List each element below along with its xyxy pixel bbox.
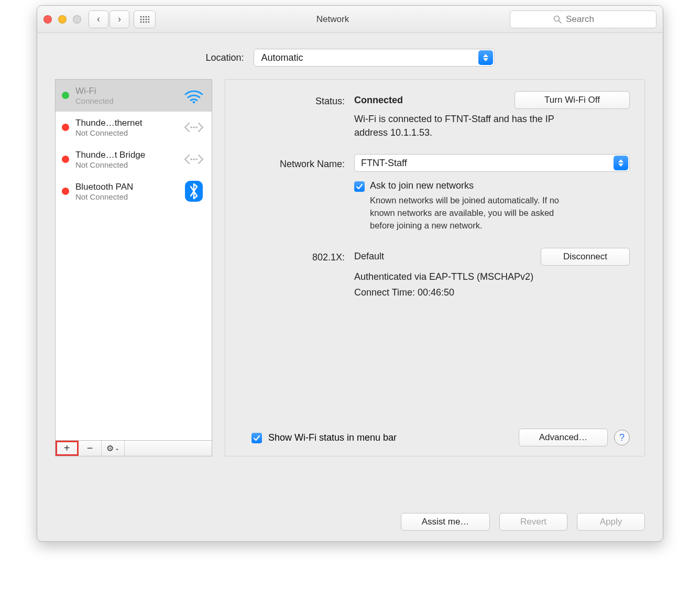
interface-item-thunderbolt-bridge[interactable]: Thunde…t Bridge Not Connected: [56, 144, 212, 176]
updown-arrows-icon: [478, 50, 493, 65]
help-button[interactable]: ?: [614, 430, 630, 445]
forward-button[interactable]: ›: [110, 10, 129, 28]
titlebar: ‹ › Network: [37, 6, 663, 33]
svg-point-9: [143, 21, 144, 23]
svg-point-1: [143, 16, 144, 17]
apply-button: Apply: [577, 513, 645, 531]
show-menubar-label: Show Wi-Fi status in menu bar: [268, 432, 512, 443]
svg-point-11: [148, 21, 149, 23]
search-input[interactable]: [566, 14, 613, 25]
svg-point-2: [145, 16, 147, 17]
traffic-lights: [43, 15, 81, 24]
svg-point-5: [143, 18, 144, 20]
dot1x-label: 802.1X:: [240, 250, 345, 263]
plus-icon: +: [64, 442, 70, 454]
chevron-down-icon: ⌄: [115, 445, 119, 452]
dot1x-connect-time: Connect Time: 00:46:50: [354, 286, 630, 299]
ask-to-join-checkbox[interactable]: [354, 181, 365, 192]
status-label: Status:: [240, 94, 345, 107]
interface-status: Not Connected: [75, 160, 176, 169]
svg-point-8: [140, 21, 141, 23]
status-dot-icon: [62, 188, 69, 195]
search-field[interactable]: [510, 10, 657, 28]
svg-point-15: [190, 126, 192, 128]
status-dot-icon: [62, 156, 69, 163]
revert-button: Revert: [499, 513, 567, 531]
show-menubar-checkbox[interactable]: [251, 433, 262, 443]
interface-status: Not Connected: [75, 192, 176, 201]
svg-line-13: [559, 20, 562, 23]
disconnect-button[interactable]: Disconnect: [541, 248, 630, 266]
svg-point-16: [193, 126, 195, 128]
remove-interface-button[interactable]: −: [79, 441, 102, 456]
status-dot-icon: [62, 92, 69, 99]
svg-point-19: [193, 158, 195, 160]
panel-bottom-row: Show Wi-Fi status in menu bar Advanced… …: [240, 429, 630, 446]
ask-to-join-detail: Known networks will be joined automatica…: [370, 191, 579, 232]
ask-to-join-label: Ask to join new networks: [370, 180, 579, 191]
chevron-left-icon: ‹: [97, 14, 100, 25]
interface-name: Thunde…t Bridge: [75, 150, 176, 160]
sidebar-toolbar: + − ⚙︎⌄: [55, 441, 212, 456]
show-all-button[interactable]: [134, 10, 156, 28]
location-label: Location:: [205, 52, 244, 63]
interface-sidebar: Wi-Fi Connected Thunde…thernet Not Conne…: [55, 79, 212, 456]
ethernet-icon: [182, 149, 205, 170]
wifi-icon: [182, 85, 205, 106]
interface-list[interactable]: Wi-Fi Connected Thunde…thernet Not Conne…: [55, 79, 212, 441]
interface-actions-button[interactable]: ⚙︎⌄: [102, 441, 125, 456]
network-name-dropdown[interactable]: FTNT-Staff: [354, 154, 630, 172]
bluetooth-icon: [182, 181, 205, 202]
turn-wifi-off-button[interactable]: Turn Wi-Fi Off: [515, 91, 630, 109]
svg-point-0: [140, 16, 141, 17]
close-window-button[interactable]: [43, 15, 52, 24]
location-value: Automatic: [261, 52, 303, 63]
svg-point-14: [193, 101, 195, 104]
interface-item-thunderbolt-ethernet[interactable]: Thunde…thernet Not Connected: [56, 112, 212, 144]
nav-buttons: ‹ ›: [89, 10, 129, 28]
chevron-right-icon: ›: [118, 14, 121, 25]
interface-name: Wi-Fi: [75, 86, 176, 96]
network-name-value: FTNT-Staff: [361, 158, 407, 169]
minus-icon: −: [87, 442, 93, 454]
ethernet-icon: [182, 117, 205, 138]
add-interface-button[interactable]: +: [56, 441, 79, 456]
interface-name: Bluetooth PAN: [75, 182, 176, 192]
svg-point-20: [195, 158, 198, 160]
svg-point-7: [148, 18, 149, 20]
search-icon: [553, 15, 562, 24]
zoom-window-button: [73, 15, 81, 24]
status-value: Connected: [354, 95, 403, 106]
svg-point-4: [140, 18, 141, 20]
dot1x-auth-text: Authenticated via EAP-TTLS (MSCHAPv2): [354, 270, 630, 283]
network-name-label: Network Name:: [240, 157, 345, 170]
footer-buttons: Assist me… Revert Apply: [37, 513, 663, 531]
back-button[interactable]: ‹: [89, 10, 108, 28]
status-dot-icon: [62, 124, 69, 131]
advanced-button[interactable]: Advanced…: [519, 429, 608, 446]
svg-point-6: [145, 18, 147, 20]
interface-status: Not Connected: [75, 128, 176, 137]
interface-item-wifi[interactable]: Wi-Fi Connected: [56, 80, 212, 112]
svg-point-3: [148, 16, 149, 17]
detail-panel: Status: Connected Turn Wi-Fi Off Wi-Fi i…: [225, 79, 645, 456]
window-title: Network: [156, 14, 510, 25]
gear-icon: ⚙︎: [106, 443, 114, 453]
location-dropdown[interactable]: Automatic: [254, 49, 495, 67]
minimize-window-button[interactable]: [58, 15, 67, 24]
svg-point-10: [145, 21, 147, 23]
svg-point-17: [195, 126, 198, 128]
interface-status: Connected: [75, 96, 176, 105]
location-row: Location: Automatic: [37, 33, 663, 76]
svg-point-18: [190, 158, 192, 160]
grid-icon: [140, 16, 149, 23]
question-icon: ?: [619, 432, 625, 443]
status-detail-text: Wi-Fi is connected to FTNT-Staff and has…: [354, 112, 579, 139]
interface-name: Thunde…thernet: [75, 118, 176, 128]
interface-item-bluetooth-pan[interactable]: Bluetooth PAN Not Connected: [56, 176, 212, 207]
network-preferences-window: ‹ › Network Location: Automatic: [37, 5, 663, 542]
updown-arrows-icon: [614, 156, 628, 170]
dot1x-value: Default: [354, 251, 384, 262]
assist-me-button[interactable]: Assist me…: [401, 513, 490, 531]
